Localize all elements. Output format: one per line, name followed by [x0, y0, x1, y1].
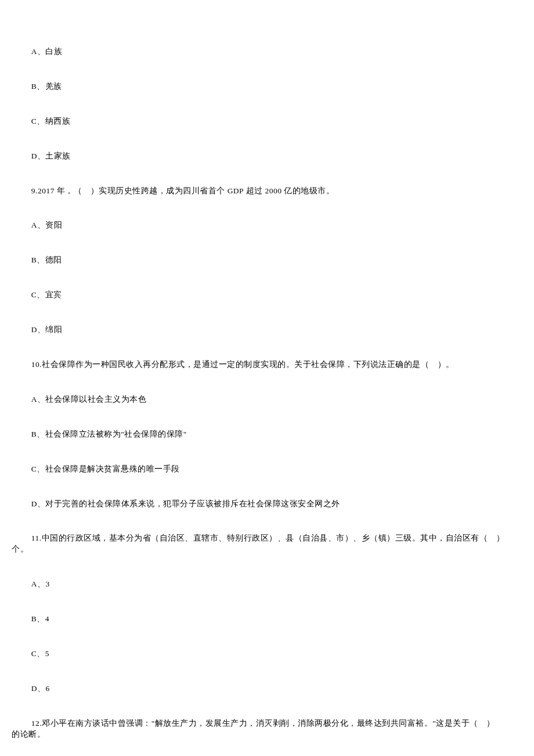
- q10-option-b: B、社会保障立法被称为"社会保障的保障": [12, 429, 522, 440]
- q11-option-a: A、3: [12, 579, 522, 590]
- q11-stem-line1: 11.中国的行政区域，基本分为省（自治区、直辖市、特别行政区）、县（自治县、市）…: [12, 533, 522, 544]
- q11-option-c: C、5: [12, 649, 522, 660]
- q9-option-b: B、德阳: [12, 255, 522, 266]
- q9-option-a: A、资阳: [12, 220, 522, 231]
- q10-stem: 10.社会保障作为一种国民收入再分配形式，是通过一定的制度实现的。关于社会保障，…: [12, 359, 522, 370]
- q8-option-a: A、白族: [12, 46, 522, 57]
- q12-stem: 12.邓小平在南方谈话中曾强调："解放生产力，发展生产力，消灭剥削，消除两极分化…: [12, 718, 522, 740]
- q9-stem: 9.2017 年，（ ）实现历史性跨越，成为四川省首个 GDP 超过 2000 …: [12, 186, 522, 197]
- q11-option-d: D、6: [12, 683, 522, 694]
- q8-option-d: D、土家族: [12, 151, 522, 162]
- q12-stem-line2: 的论断。: [12, 729, 522, 740]
- q11-option-b: B、4: [12, 614, 522, 625]
- q8-option-b: B、羌族: [12, 81, 522, 92]
- q11-stem: 11.中国的行政区域，基本分为省（自治区、直辖市、特别行政区）、县（自治县、市）…: [12, 533, 522, 555]
- q10-option-a: A、社会保障以社会主义为本色: [12, 394, 522, 405]
- q12-stem-line1: 12.邓小平在南方谈话中曾强调："解放生产力，发展生产力，消灭剥削，消除两极分化…: [12, 718, 522, 729]
- q9-option-d: D、绵阳: [12, 325, 522, 336]
- q11-stem-line2: 个。: [12, 544, 522, 555]
- q10-option-d: D、对于完善的社会保障体系来说，犯罪分子应该被排斥在社会保障这张安全网之外: [12, 499, 522, 510]
- q10-option-c: C、社会保障是解决贫富悬殊的唯一手段: [12, 464, 522, 475]
- document-page: A、白族 B、羌族 C、纳西族 D、土家族 9.2017 年，（ ）实现历史性跨…: [0, 0, 534, 756]
- q8-option-c: C、纳西族: [12, 116, 522, 127]
- q9-option-c: C、宜宾: [12, 290, 522, 301]
